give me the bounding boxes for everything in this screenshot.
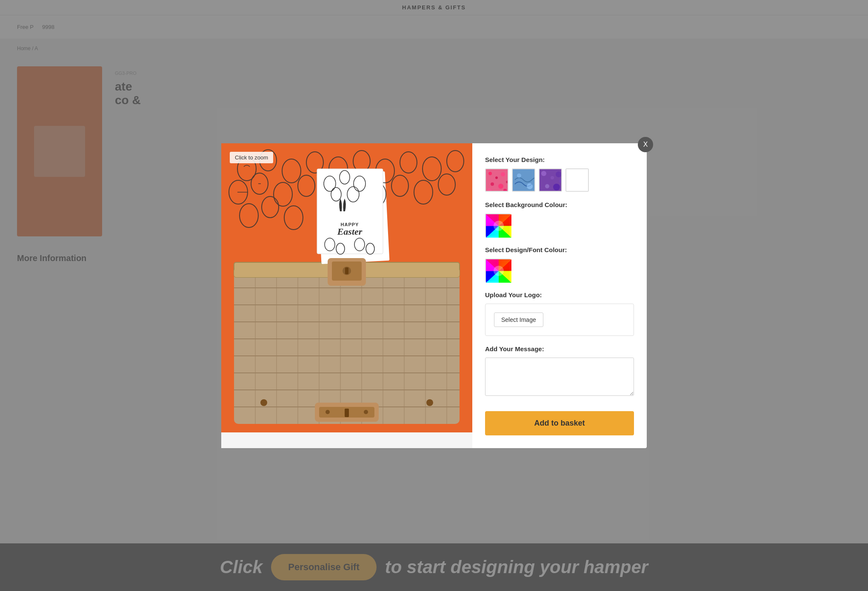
design-swatch-blue[interactable] (512, 168, 535, 192)
design-options-section: Select Your Design: (485, 156, 634, 192)
svg-point-75 (426, 399, 433, 406)
design-swatch-pink[interactable] (485, 168, 508, 192)
modal-overlay: X Click to zoom (0, 0, 868, 591)
click-to-zoom-label: Click to zoom (230, 152, 273, 163)
message-label: Add Your Message: (485, 345, 634, 352)
design-options-label: Select Your Design: (485, 156, 634, 163)
svg-point-80 (491, 182, 494, 186)
modal-dialog: X Click to zoom (221, 143, 647, 448)
svg-point-78 (495, 176, 498, 179)
modal-close-button[interactable]: X (638, 137, 653, 152)
svg-point-81 (498, 184, 503, 189)
add-to-basket-button[interactable]: Add to basket (485, 411, 634, 435)
svg-text:Easter: Easter (337, 226, 363, 237)
message-textarea[interactable] (485, 358, 634, 396)
svg-point-79 (501, 172, 505, 176)
svg-point-82 (506, 181, 508, 183)
font-colour-picker[interactable] (485, 259, 511, 282)
design-swatch-purple[interactable] (539, 168, 562, 192)
product-image: HAPPY Easter (221, 143, 472, 432)
bg-colour-label: Select Background Colour: (485, 201, 634, 208)
svg-rect-73 (345, 267, 348, 274)
svg-point-74 (260, 399, 267, 406)
message-section: Add Your Message: (485, 345, 634, 398)
svg-point-27 (326, 410, 330, 414)
product-svg: HAPPY Easter (221, 143, 472, 432)
design-swatches (485, 168, 634, 192)
upload-area: Select Image (485, 304, 634, 336)
svg-point-91 (556, 171, 562, 177)
svg-point-97 (494, 221, 504, 231)
svg-rect-29 (345, 409, 349, 417)
font-colour-section: Select Design/Font Colour: (485, 246, 634, 282)
modal-image-panel: Click to zoom (221, 143, 472, 448)
modal-options-panel: Select Your Design: (472, 143, 647, 448)
font-colour-label: Select Design/Font Colour: (485, 246, 634, 253)
select-image-button[interactable]: Select Image (494, 313, 543, 327)
svg-rect-95 (566, 169, 589, 192)
svg-point-93 (553, 184, 560, 190)
svg-point-90 (551, 176, 554, 179)
svg-point-77 (488, 172, 492, 175)
svg-point-98 (494, 266, 504, 276)
svg-point-87 (527, 183, 533, 189)
bg-colour-picker[interactable] (485, 213, 511, 237)
upload-logo-label: Upload Your Logo: (485, 291, 634, 298)
bg-colour-section: Select Background Colour: (485, 201, 634, 237)
svg-point-86 (517, 173, 521, 178)
upload-logo-section: Upload Your Logo: Select Image (485, 291, 634, 336)
svg-point-28 (364, 410, 368, 414)
svg-point-92 (545, 184, 549, 188)
svg-point-89 (541, 171, 546, 176)
svg-rect-56 (317, 169, 383, 254)
design-swatch-white[interactable] (565, 168, 589, 192)
